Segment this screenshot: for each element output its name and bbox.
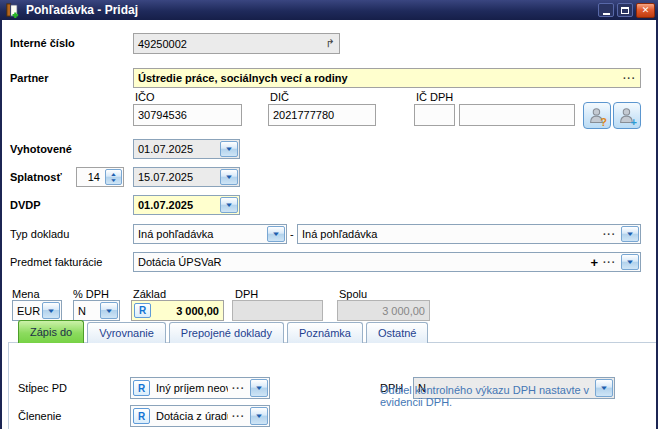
chevron-down-icon: ▼ (46, 308, 56, 314)
vat-amount-field (232, 300, 323, 321)
pd-column-dropdown-button[interactable]: ▼ (250, 379, 268, 397)
ic-dph-number-value (460, 105, 574, 125)
open-number-icon[interactable]: ↱ (322, 34, 339, 53)
dic-field[interactable]: 2021777780 (268, 104, 376, 126)
base-amount-field[interactable]: R 3 000,00 (131, 300, 224, 321)
invoice-subject-dropdown-button[interactable]: ▼ (621, 254, 639, 270)
due-date-value: 15.07.2025 (134, 168, 219, 186)
dvdp-value: 01.07.2025 (134, 196, 219, 214)
classification-field[interactable]: R Dotácia z úradu práce ··· ▼ (130, 405, 270, 427)
titlebar[interactable]: Pohľadávka - Pridaj ✕ (0, 0, 658, 20)
tab-zapis-do[interactable]: Zápis do (18, 320, 84, 343)
document-subtype-field[interactable]: Iná pohľadávka ··· ▼ (297, 224, 641, 244)
due-days-stepper[interactable]: 14 ▲▼ (76, 167, 124, 187)
rounding-button[interactable]: R (133, 408, 150, 424)
chevron-down-icon: ▼ (224, 174, 234, 180)
tab-ostatne[interactable]: Ostatné (366, 322, 429, 343)
dash-separator: - (290, 228, 294, 240)
document-type-label: Typ dokladu (10, 228, 69, 240)
minimize-button[interactable] (598, 3, 614, 17)
rounding-button[interactable]: R (134, 303, 151, 318)
partner-value: Ústredie práce, sociálnych vecí a rodiny (134, 69, 619, 87)
invoice-subject-lookup-button[interactable]: ··· (599, 253, 620, 271)
maximize-button[interactable] (617, 3, 633, 17)
document-type-value: Iná pohľadávka (134, 225, 266, 243)
due-days-spinner-button[interactable]: ▲▼ (105, 169, 122, 185)
base-label: Základ (133, 288, 166, 300)
issued-date-label: Vyhotovené (10, 143, 72, 155)
vat-rate-value: N (74, 301, 99, 320)
partner-add-button[interactable]: + (613, 102, 641, 129)
document-subtype-value: Iná pohľadávka (298, 225, 599, 243)
chevron-down-icon: ▼ (224, 146, 234, 152)
due-days-value: 14 (77, 168, 104, 186)
ico-field[interactable]: 30794536 (133, 104, 242, 126)
ico-label: IČO (135, 91, 155, 103)
pd-column-label: Stĺpec PD (18, 382, 67, 394)
vat-amount-label: DPH (235, 288, 258, 300)
tab-prepojene-doklady[interactable]: Prepojené doklady (169, 322, 284, 343)
dialog-window: Pohľadávka - Pridaj ✕ Interné číslo 4925… (0, 0, 658, 429)
partner-lookup-button[interactable]: ··· (619, 69, 640, 87)
total-label: Spolu (339, 288, 367, 300)
partner-label: Partner (10, 72, 49, 84)
issued-date-dropdown-button[interactable]: ▼ (220, 141, 238, 157)
issued-date-field[interactable]: 01.07.2025 ▼ (133, 139, 240, 159)
currency-dropdown-button[interactable]: ▼ (42, 302, 60, 319)
dvdp-field[interactable]: 01.07.2025 ▼ (133, 195, 240, 215)
chevron-down-icon: ▼ (224, 202, 234, 208)
currency-label: Mena (12, 288, 40, 300)
due-date-dropdown-button[interactable]: ▼ (220, 169, 238, 185)
invoice-subject-value: Dotácia ÚPSVaR (134, 253, 589, 271)
chevron-down-icon: ▼ (110, 177, 117, 183)
currency-select[interactable]: EUR ▼ (12, 300, 62, 321)
vat-rate-label: % DPH (73, 288, 109, 300)
base-amount-value: 3 000,00 (153, 301, 223, 320)
window-title: Pohľadávka - Pridaj (26, 3, 595, 17)
pd-column-field[interactable]: R Iný príjem neovplyvňujúci zákla ··· ▼ (130, 377, 270, 399)
vat-amount-value (233, 301, 322, 320)
internal-number-field[interactable]: 49250002 ↱ (133, 33, 340, 54)
dvdp-dropdown-button[interactable]: ▼ (220, 197, 238, 213)
chevron-down-icon: ▼ (271, 231, 281, 237)
vat-rate-select[interactable]: N ▼ (73, 300, 120, 321)
total-amount-field: 3 000,00 (337, 300, 430, 321)
chevron-down-icon: ▼ (625, 259, 635, 265)
document-subtype-lookup-button[interactable]: ··· (599, 225, 620, 243)
chevron-down-icon: ▼ (254, 385, 264, 391)
classification-value: Dotácia z úradu práce (152, 406, 228, 426)
tab-poznamka[interactable]: Poznámka (287, 322, 363, 343)
chevron-down-icon: ▼ (625, 231, 635, 237)
dic-value: 2021777780 (269, 105, 375, 125)
document-subtype-dropdown-button[interactable]: ▼ (621, 226, 639, 242)
tab-vyrovnanie[interactable]: Vyrovnanie (87, 322, 166, 343)
ic-dph-number-field[interactable] (459, 104, 575, 126)
due-date-field[interactable]: 15.07.2025 ▼ (133, 167, 240, 187)
invoice-subject-add-button[interactable]: + (589, 253, 599, 271)
close-button[interactable]: ✕ (636, 3, 655, 18)
dvdp-label: DVDP (10, 199, 41, 211)
rounding-button[interactable]: R (133, 380, 150, 396)
classification-dropdown-button[interactable]: ▼ (250, 407, 268, 425)
issued-date-value: 01.07.2025 (134, 140, 219, 158)
chevron-down-icon: ▼ (104, 308, 114, 314)
classification-label: Členenie (18, 410, 61, 422)
partner-verify-button[interactable]: ? (583, 102, 611, 129)
internal-number-label: Interné číslo (10, 37, 75, 49)
ico-value: 30794536 (134, 105, 241, 125)
invoice-subject-field[interactable]: Dotácia ÚPSVaR + ··· ▼ (133, 252, 641, 272)
document-type-dropdown-button[interactable]: ▼ (267, 226, 285, 242)
pd-column-lookup-button[interactable]: ··· (228, 378, 249, 398)
classification-lookup-button[interactable]: ··· (228, 406, 249, 426)
ic-dph-code-value (415, 105, 454, 125)
dic-label: DIČ (270, 91, 289, 103)
question-mark-icon: ? (600, 116, 607, 128)
currency-value: EUR (13, 301, 41, 320)
document-type-select[interactable]: Iná pohľadávka ▼ (133, 224, 287, 244)
vat-rate-dropdown-button[interactable]: ▼ (100, 302, 118, 319)
partner-field[interactable]: Ústredie práce, sociálnych vecí a rodiny… (133, 68, 641, 88)
pd-column-value: Iný príjem neovplyvňujúci zákla (152, 378, 228, 398)
chevron-down-icon: ▼ (254, 413, 264, 419)
ic-dph-code-field[interactable] (414, 104, 455, 126)
minimize-icon (603, 13, 610, 15)
